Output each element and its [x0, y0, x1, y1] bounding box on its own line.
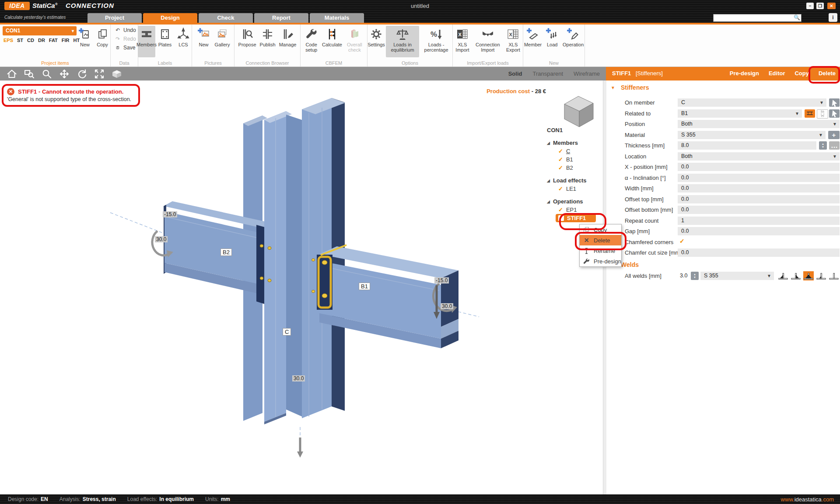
property-field-offset-top-mm[interactable]: 0.0 — [678, 195, 840, 203]
navigation-cube[interactable] — [564, 96, 593, 127]
ribbon-button-lcs[interactable]: LCS — [175, 26, 192, 57]
ribbon-button-loads-in-equilibrium[interactable]: Loads in equilibrium — [386, 26, 419, 57]
search-icon[interactable]: 🔍 — [794, 14, 800, 21]
chevron-down-icon[interactable]: ▼ — [795, 109, 799, 118]
pick-in-scene-button[interactable] — [829, 109, 840, 118]
property-field-width-mm[interactable]: 0.0 — [678, 184, 840, 192]
ribbon-button-new[interactable]: New — [76, 26, 94, 57]
tree-section-header[interactable]: ◢Load effects — [547, 176, 604, 185]
search-input[interactable] — [714, 14, 794, 21]
panel-action-pre-design[interactable]: Pre-design — [730, 70, 759, 77]
project-item-selector[interactable]: CON1▾ — [3, 26, 77, 35]
property-field-chamfer-cut-size-mm[interactable]: 0.0 — [678, 248, 840, 257]
panel-action-copy[interactable]: Copy — [794, 70, 809, 77]
minimize-button[interactable]: – — [806, 3, 814, 9]
chevron-down-icon[interactable]: ▼ — [767, 272, 771, 280]
view-mode-solid[interactable]: Solid — [508, 70, 522, 77]
code-tab-st[interactable]: ST — [17, 38, 23, 43]
ribbon-button-overall-check[interactable]: Overall check — [342, 26, 367, 57]
view-mode-transparent[interactable]: Transparent — [532, 70, 563, 77]
ribbon-button-load[interactable]: Load — [543, 26, 561, 57]
ribbon-button-publish[interactable]: Publish — [259, 26, 277, 57]
rotate-icon[interactable] — [75, 68, 88, 80]
tree-root[interactable]: CON1 — [547, 127, 604, 133]
ribbon-button-save[interactable]: Save — [114, 44, 136, 51]
tree-section-header[interactable]: ◢Operations — [547, 197, 604, 206]
collapse-icon[interactable]: ◢ — [547, 178, 550, 183]
ribbon-button-propose[interactable]: Propose — [237, 26, 258, 57]
solid-view-icon[interactable] — [110, 68, 123, 80]
code-tab-fat[interactable]: FAT — [49, 38, 58, 43]
ribbon-button-gallery[interactable]: Gallery — [214, 26, 231, 57]
collapse-icon[interactable]: ◢ — [547, 141, 550, 145]
pick-in-scene-button[interactable] — [829, 98, 840, 107]
stiffener-type-button[interactable] — [805, 109, 815, 118]
zoom-window-icon[interactable] — [23, 68, 36, 80]
weld-type-icon-3[interactable] — [803, 271, 814, 280]
member-label-b1[interactable]: B1 — [359, 283, 370, 290]
weld-material-field[interactable]: S 355▼ — [700, 272, 774, 280]
ribbon-button-members[interactable]: Members — [138, 26, 155, 57]
ribbon-button-connection-import[interactable]: Connection Import — [473, 26, 503, 57]
chevron-down-icon[interactable]: ▼ — [833, 152, 837, 161]
ribbon-button-manage[interactable]: Manage — [278, 26, 298, 57]
info-button[interactable]: i — [829, 13, 837, 22]
code-tab-cd[interactable]: CD — [27, 38, 34, 43]
add-material-button[interactable]: + — [828, 131, 840, 139]
pan-icon[interactable] — [58, 68, 71, 80]
tree-item-le1[interactable]: ✓LE1 — [547, 185, 604, 193]
member-label-c[interactable]: C — [283, 328, 291, 336]
fit-icon[interactable] — [93, 68, 106, 80]
property-field-gap-mm[interactable]: 0.0 — [678, 227, 840, 235]
property-field-location[interactable]: Both▼ — [678, 152, 840, 161]
maximize-button[interactable]: ❐ — [816, 3, 824, 9]
tab-report[interactable]: Report — [254, 13, 308, 23]
checkbox-checked-icon[interactable]: ✓ — [558, 156, 563, 163]
weld-type-icon-1[interactable] — [778, 271, 788, 280]
checkbox-checked-icon[interactable]: ✓ — [558, 186, 563, 192]
context-menu-item-rename[interactable]: Rename — [580, 245, 621, 256]
weld-size-value[interactable]: 3.0 — [680, 273, 687, 279]
tree-section-header[interactable]: ◢Members — [547, 139, 604, 147]
tree-item-b2[interactable]: ✓B2 — [547, 164, 604, 172]
ribbon-button-calculate[interactable]: Calculate — [323, 26, 341, 57]
tab-check[interactable]: Check — [199, 13, 253, 23]
website-link[interactable]: www.ideastatica.com — [781, 496, 834, 503]
code-tab-eps[interactable]: EPS — [4, 38, 13, 43]
code-tab-fir[interactable]: FIR — [62, 38, 70, 43]
ribbon-button-xls-import[interactable]: XXLS Import — [453, 26, 472, 57]
weld-type-icon-2[interactable] — [791, 271, 801, 280]
ribbon-button-member[interactable]: Member — [523, 26, 542, 57]
property-field-inclination[interactable]: 0.0 — [678, 174, 840, 182]
value-stepper[interactable]: ▲▼ — [819, 141, 827, 150]
property-field-material[interactable]: S 355▼ — [678, 131, 826, 139]
property-field-x-position-mm[interactable]: 0.0 — [678, 163, 840, 171]
property-field-position[interactable]: Both▼ — [678, 120, 840, 128]
value-stepper[interactable]: ▲▼ — [691, 272, 699, 280]
more-options-button[interactable]: … — [829, 141, 840, 150]
ribbon-button-redo[interactable]: ↷Redo — [114, 35, 136, 42]
property-field-offset-bottom-mm[interactable]: 0.0 — [678, 206, 840, 214]
plate-type-button[interactable] — [817, 109, 828, 119]
panel-action-delete[interactable]: Delete — [819, 70, 836, 77]
tab-project[interactable]: Project — [88, 13, 142, 23]
tree-item-c[interactable]: ✓C — [547, 147, 604, 155]
section-header[interactable]: ▼Stiffeners — [611, 84, 649, 91]
zoom-icon[interactable] — [40, 68, 53, 80]
property-field-thickness-mm[interactable]: 8.0 — [678, 141, 816, 150]
context-menu-item-copy[interactable]: Copy — [580, 224, 621, 235]
tree-item-ep1[interactable]: ✓EP1 — [547, 206, 604, 214]
ribbon-button-xls-export[interactable]: XXLS Export — [504, 26, 523, 57]
checkbox-checked-icon[interactable]: ✓ — [558, 215, 564, 221]
tree-item-b1[interactable]: ✓B1 — [547, 155, 604, 164]
ribbon-button-operation[interactable]: Operation — [562, 26, 584, 57]
code-tab-dr[interactable]: DR — [38, 38, 45, 43]
chevron-down-icon[interactable]: ▼ — [819, 98, 824, 107]
checkbox-checked-icon[interactable]: ✓ — [558, 148, 563, 154]
ribbon-button-loads-percentage[interactable]: %Loads - percentage — [420, 26, 452, 57]
ribbon-button-plates[interactable]: Plates — [156, 26, 174, 57]
checkbox-checked-icon[interactable]: ✓ — [679, 238, 685, 245]
collapse-icon[interactable]: ▼ — [611, 85, 615, 90]
tab-design[interactable]: Design — [143, 13, 197, 23]
ribbon-button-code-setup[interactable]: Code setup — [301, 26, 322, 57]
